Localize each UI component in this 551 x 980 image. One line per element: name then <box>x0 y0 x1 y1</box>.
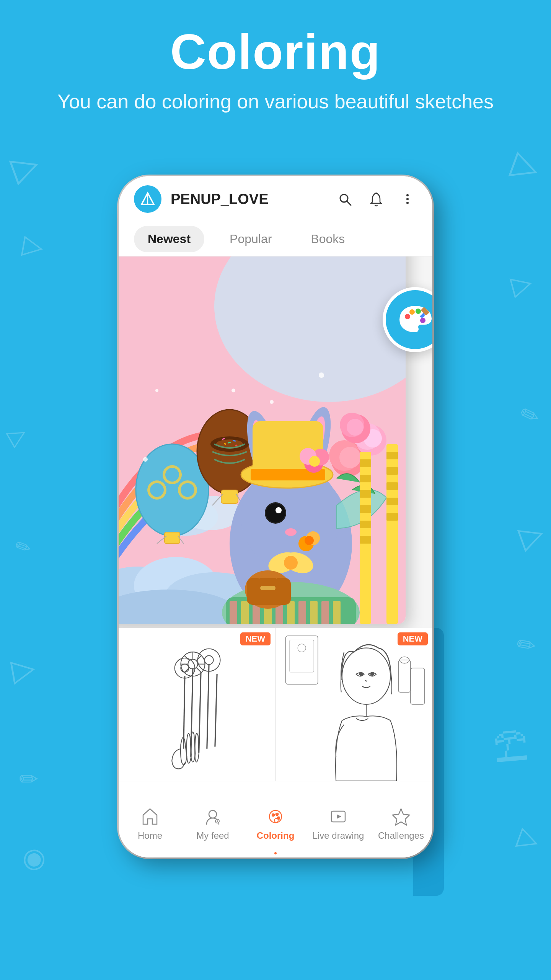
nav-home[interactable]: Home <box>119 798 181 841</box>
svg-point-108 <box>420 318 425 323</box>
hero-subtitle: You can do coloring on various beautiful… <box>0 88 551 115</box>
nav-live-drawing-label: Live drawing <box>313 830 364 841</box>
svg-point-6 <box>406 202 409 204</box>
app-logo <box>134 185 161 213</box>
svg-point-101 <box>319 372 324 378</box>
phone-screen: PENUP_LOVE <box>119 176 432 858</box>
svg-point-20 <box>165 468 179 482</box>
app-bar-icons <box>335 189 417 209</box>
svg-point-102 <box>155 389 158 392</box>
svg-rect-89 <box>360 490 371 498</box>
svg-rect-95 <box>386 467 398 475</box>
svg-rect-76 <box>260 586 276 590</box>
svg-point-104 <box>405 314 410 319</box>
svg-rect-92 <box>360 536 371 544</box>
thumbnails-row: NEW <box>119 628 432 781</box>
tab-popular[interactable]: Popular <box>216 226 285 252</box>
new-badge-2: NEW <box>398 632 428 645</box>
hero-title: Coloring <box>0 23 551 80</box>
app-bar: PENUP_LOVE <box>119 176 432 222</box>
svg-rect-97 <box>386 498 398 505</box>
svg-point-70 <box>284 556 298 570</box>
nav-feed[interactable]: My feed <box>181 798 244 841</box>
svg-point-67 <box>285 528 297 536</box>
thumbnail-flowers[interactable]: NEW <box>119 628 275 781</box>
nav-coloring-label: Coloring <box>257 830 295 841</box>
svg-rect-98 <box>386 513 398 521</box>
svg-point-4 <box>406 194 409 196</box>
nav-live-drawing[interactable]: Live drawing <box>307 798 370 841</box>
svg-point-79 <box>339 447 361 468</box>
nav-feed-label: My feed <box>196 830 229 841</box>
phone-shell: PENUP_LOVE <box>119 176 432 858</box>
svg-rect-49 <box>321 601 329 624</box>
svg-point-105 <box>409 309 415 315</box>
svg-point-63 <box>309 456 320 467</box>
svg-point-103 <box>270 400 274 404</box>
nav-home-label: Home <box>138 830 162 841</box>
live-drawing-icon <box>328 806 349 827</box>
svg-rect-88 <box>360 475 371 482</box>
svg-rect-41 <box>230 601 237 624</box>
svg-marker-151 <box>393 809 409 825</box>
svg-rect-42 <box>241 601 249 624</box>
feed-icon <box>202 806 223 827</box>
new-badge-1: NEW <box>240 632 271 645</box>
svg-rect-111 <box>121 628 274 781</box>
nav-challenges-label: Challenges <box>378 830 424 841</box>
svg-line-3 <box>347 201 351 205</box>
svg-point-136 <box>359 672 363 676</box>
phone-mockup: PENUP_LOVE <box>119 176 432 903</box>
svg-rect-87 <box>360 459 371 467</box>
svg-marker-150 <box>337 814 341 819</box>
nav-coloring[interactable]: Coloring <box>244 798 307 841</box>
search-icon[interactable] <box>335 189 354 209</box>
challenges-icon <box>390 806 412 827</box>
svg-rect-131 <box>278 628 431 781</box>
bottom-nav: Home My feed <box>119 781 432 858</box>
svg-point-145 <box>272 813 275 817</box>
svg-point-66 <box>276 507 282 513</box>
tab-bar: Newest Popular Books <box>119 222 432 256</box>
svg-point-5 <box>406 198 409 200</box>
app-name-label: PENUP_LOVE <box>171 191 335 207</box>
svg-point-106 <box>416 309 421 314</box>
svg-point-85 <box>347 419 364 436</box>
svg-point-100 <box>231 389 235 392</box>
coloring-icon <box>265 806 286 827</box>
svg-rect-35 <box>221 490 238 503</box>
nav-challenges[interactable]: Challenges <box>370 798 432 841</box>
svg-rect-91 <box>360 521 371 528</box>
more-icon[interactable] <box>398 189 417 209</box>
svg-rect-48 <box>310 601 318 624</box>
home-icon <box>139 806 161 827</box>
svg-rect-96 <box>386 482 398 490</box>
svg-rect-23 <box>165 532 180 544</box>
svg-point-99 <box>143 457 148 462</box>
svg-rect-50 <box>333 601 341 624</box>
tab-newest[interactable]: Newest <box>134 226 204 252</box>
svg-rect-47 <box>298 601 306 624</box>
tab-books[interactable]: Books <box>297 226 359 252</box>
svg-point-22 <box>181 483 194 497</box>
svg-point-142 <box>209 810 217 818</box>
svg-rect-90 <box>360 505 371 513</box>
svg-rect-75 <box>247 578 291 605</box>
svg-point-73 <box>305 536 314 545</box>
svg-point-65 <box>266 503 285 523</box>
svg-rect-46 <box>287 601 295 624</box>
svg-point-18 <box>150 483 164 497</box>
svg-point-148 <box>274 818 278 822</box>
thumbnail-anime[interactable]: NEW <box>275 628 432 781</box>
main-artwork <box>119 230 406 624</box>
svg-rect-94 <box>386 452 398 459</box>
bell-icon[interactable] <box>367 189 386 209</box>
svg-point-137 <box>370 672 375 676</box>
svg-point-146 <box>276 813 279 816</box>
